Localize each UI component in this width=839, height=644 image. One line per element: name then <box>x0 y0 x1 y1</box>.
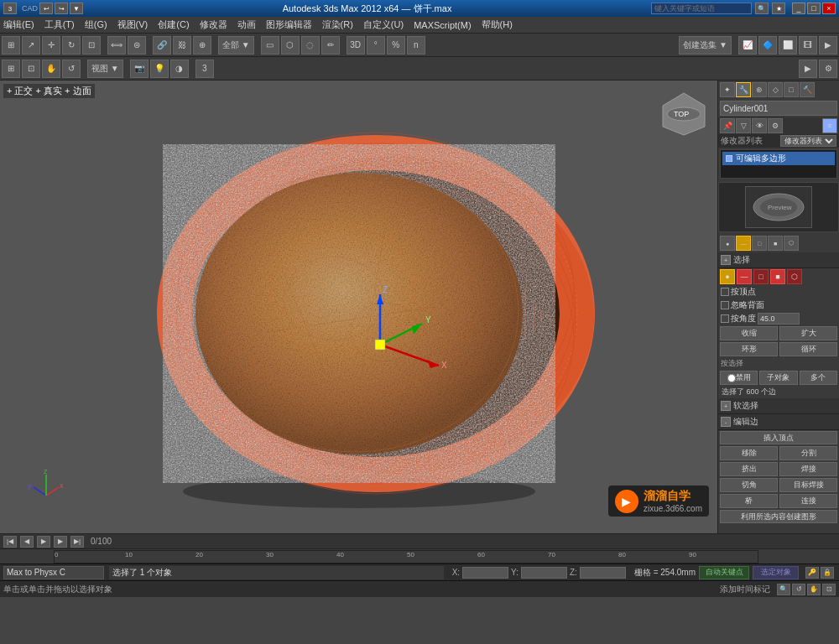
tl-prev-frame[interactable]: ◀ <box>20 536 34 548</box>
paint-sel-btn[interactable]: ✏ <box>321 36 340 55</box>
by-angle-checkbox[interactable] <box>721 314 729 323</box>
selection-filter[interactable]: 全部 ▼ <box>218 36 254 55</box>
star-icon[interactable]: ★ <box>772 3 785 14</box>
search-icon[interactable]: 🔍 <box>755 3 769 14</box>
rotate-btn[interactable]: ↻ <box>62 36 81 55</box>
utilities-tab[interactable]: 🔨 <box>800 82 815 97</box>
search-input[interactable] <box>651 3 752 14</box>
curve-editor-btn[interactable]: 📈 <box>738 36 757 55</box>
edge-icon[interactable]: — <box>736 236 751 251</box>
menu-modifier[interactable]: 修改器 <box>200 18 227 31</box>
minimize-button[interactable]: _ <box>792 3 805 14</box>
by-vertex-checkbox[interactable] <box>721 288 729 296</box>
vp-light-btn[interactable]: 💡 <box>150 60 169 78</box>
menu-maxscript[interactable]: MAXScript(M) <box>414 20 471 30</box>
menu-graph-editor[interactable]: 图形编辑器 <box>266 18 312 31</box>
x-coord[interactable] <box>462 567 508 579</box>
menu-view[interactable]: 视图(V) <box>117 18 149 31</box>
mini-pan[interactable]: ✋ <box>807 584 821 595</box>
mini-zoom[interactable]: 🔍 <box>777 584 790 595</box>
undo-icon[interactable]: ↩ <box>39 3 53 14</box>
menu-render[interactable]: 渲染(R) <box>322 18 353 31</box>
create-tab[interactable]: ✦ <box>720 82 735 97</box>
polygon-icon[interactable]: ■ <box>768 236 783 251</box>
create-shape-btn[interactable]: 利用所选内容创建图形 <box>720 510 837 523</box>
menu-tools[interactable]: 工具(T) <box>44 18 75 31</box>
vp-toggle-btn[interactable]: ⊡ <box>22 60 40 78</box>
sel-edge-btn[interactable]: — <box>737 269 752 284</box>
select-section-header[interactable]: + 选择 <box>718 252 839 268</box>
border-icon[interactable]: □ <box>752 236 767 251</box>
z-coord[interactable] <box>580 567 626 579</box>
select-collapse-btn[interactable]: + <box>721 255 731 265</box>
modifier-item-editable-poly[interactable]: 可编辑多边形 <box>722 152 835 165</box>
modifier-dropdown[interactable]: 修改器列表 <box>780 135 836 147</box>
maximize-button[interactable]: □ <box>807 3 821 14</box>
remove-btn[interactable]: 移除 <box>720 446 778 460</box>
snap-toggle-btn[interactable]: 3D <box>347 36 365 55</box>
edit-edges-collapse[interactable]: - <box>721 417 731 427</box>
material-btn[interactable]: ⬜ <box>779 36 797 55</box>
motion-tab[interactable]: ◇ <box>768 82 783 97</box>
autokey-btn[interactable]: 自动关键点 <box>699 566 749 579</box>
vp-renderer-dropdown[interactable]: 视图 ▼ <box>87 60 123 78</box>
menu-edit[interactable]: 编辑(E) <box>3 18 34 31</box>
vp-layout-btn[interactable]: ⊞ <box>2 60 20 78</box>
mod-icon-pin[interactable]: 📌 <box>720 118 735 133</box>
modify-tab[interactable]: 🔧 <box>736 82 751 97</box>
mod-icon-more[interactable]: ≡ <box>822 118 837 133</box>
viewport-cube[interactable]: TOP <box>659 89 709 139</box>
menu-animation[interactable]: 动画 <box>237 18 256 31</box>
connect-btn[interactable]: 连接 <box>779 494 837 508</box>
vp-shade-btn[interactable]: ◑ <box>170 60 189 78</box>
display-tab[interactable]: □ <box>784 82 799 97</box>
mod-icon-funnel[interactable]: ▽ <box>736 118 751 133</box>
y-coord[interactable] <box>521 567 567 579</box>
key-filters-btn[interactable]: ⚙ <box>819 60 837 78</box>
selected-mode-btn[interactable]: 选定对象 <box>753 566 799 579</box>
align-btn[interactable]: ⊜ <box>128 36 146 55</box>
multi-btn[interactable]: 多个 <box>800 371 837 385</box>
scale-btn[interactable]: ⊡ <box>82 36 101 55</box>
mini-orbit[interactable]: ↺ <box>792 584 805 595</box>
sel-border-btn[interactable]: □ <box>753 269 769 284</box>
schematic-btn[interactable]: 🔷 <box>758 36 777 55</box>
link-btn[interactable]: 🔗 <box>153 36 171 55</box>
ring-btn[interactable]: 环形 <box>720 342 778 356</box>
select-all-btn[interactable]: ⊞ <box>2 36 20 55</box>
weld-btn[interactable]: 焊接 <box>779 462 837 476</box>
tl-next-frame[interactable]: ▶ <box>54 536 67 548</box>
menu-create[interactable]: 创建(C) <box>158 18 189 31</box>
vp-camera-btn[interactable]: 📷 <box>130 60 149 78</box>
vp-angle-snap-btn[interactable]: 3 <box>195 60 214 78</box>
use-btn[interactable]: 禁用 <box>720 371 758 385</box>
sel-element-btn[interactable]: ⬡ <box>787 269 802 284</box>
insert-vertex-btn[interactable]: 插入顶点 <box>720 431 837 444</box>
menu-customize[interactable]: 自定义(U) <box>363 18 404 31</box>
edit-edges-header[interactable]: - 编辑边 <box>718 414 839 430</box>
tl-goto-start[interactable]: |◀ <box>3 536 17 548</box>
fence-sel-btn[interactable]: ⬡ <box>281 36 300 55</box>
child-btn[interactable]: 子对象 <box>759 371 797 385</box>
tl-goto-end[interactable]: ▶| <box>70 536 84 548</box>
angle-spinner[interactable]: 45.0 <box>758 313 800 325</box>
split-btn[interactable]: 分割 <box>779 446 837 460</box>
timeline-bar[interactable]: 0 10 20 30 40 50 60 70 80 90 <box>0 548 839 564</box>
render-btn[interactable]: ▶ <box>819 36 837 55</box>
vertex-icon[interactable]: ● <box>720 236 735 251</box>
target-weld-btn[interactable]: 目标焊接 <box>779 478 837 492</box>
redo-icon[interactable]: ↪ <box>55 3 68 14</box>
snap-spinner-btn[interactable]: n <box>407 36 425 55</box>
dropdown-icon[interactable]: ▼ <box>70 3 83 14</box>
close-button[interactable]: × <box>822 3 836 14</box>
unlink-btn[interactable]: ⛓ <box>173 36 191 55</box>
lock-icon[interactable]: 🔒 <box>821 567 834 579</box>
rect-sel-btn[interactable]: ▭ <box>261 36 279 55</box>
snap-pct-btn[interactable]: % <box>387 36 405 55</box>
select-btn[interactable]: ↗ <box>22 36 40 55</box>
sel-vertex-btn[interactable]: ● <box>720 269 735 284</box>
lasso-sel-btn[interactable]: ◌ <box>301 36 320 55</box>
chamfer-btn[interactable]: 切角 <box>720 478 778 492</box>
sel-poly-btn[interactable]: ■ <box>770 269 785 284</box>
ignore-backface-checkbox[interactable] <box>721 301 729 309</box>
